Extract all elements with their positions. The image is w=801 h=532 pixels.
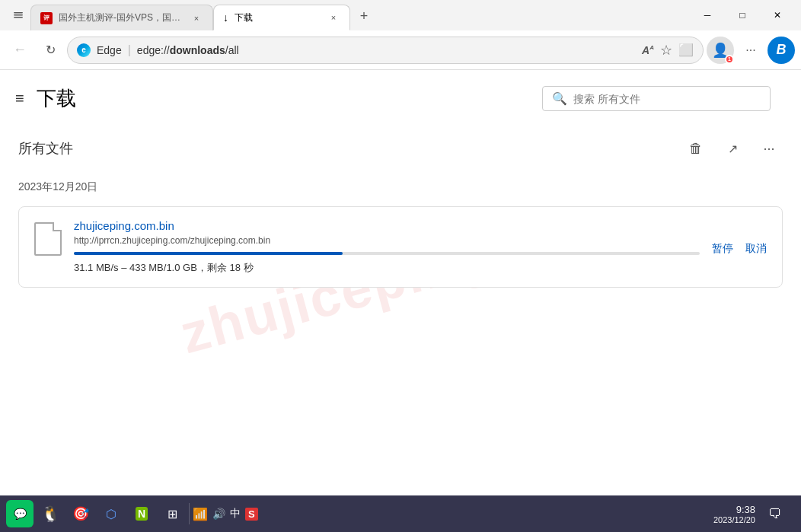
wps-icon[interactable]: S: [245, 508, 258, 521]
profile-badge: 1: [725, 55, 734, 64]
taskbar-right: 9:38 2023/12/20 🗨: [713, 500, 795, 527]
tab-close-active[interactable]: ×: [327, 11, 340, 24]
download-filename[interactable]: zhujiceping.com.bin: [74, 219, 700, 232]
nav-bar: ← ↻ e Edge | edge://downloads/all AA ☆ ⬜…: [0, 30, 801, 70]
bing-icon: B: [777, 42, 787, 58]
volume-icon[interactable]: 🔊: [212, 508, 225, 520]
notification-icon: 🗨: [768, 506, 782, 522]
edge-logo: e: [77, 43, 91, 57]
ime-icon[interactable]: 中: [230, 507, 241, 521]
tab-inactive[interactable]: 评 国外主机测评-国外VPS，国外... ×: [30, 5, 213, 30]
bluetooth-icon: ⬡: [106, 507, 116, 521]
tab-title-inactive: 国外主机测评-国外VPS，国外...: [59, 11, 183, 24]
search-box[interactable]: 🔍: [542, 86, 771, 111]
bing-button[interactable]: B: [767, 37, 795, 64]
delete-all-button[interactable]: 🗑: [682, 135, 710, 162]
address-separator: |: [128, 43, 131, 57]
notification-button[interactable]: 🗨: [761, 500, 789, 527]
taskbar-app3[interactable]: 🎯: [67, 500, 94, 527]
profile-button[interactable]: 👤 1: [707, 37, 734, 64]
delete-icon: 🗑: [689, 141, 703, 157]
download-icon: ↓: [223, 11, 228, 24]
back-button[interactable]: ←: [6, 37, 34, 64]
download-item: zhujiceping.com.bin http://iprrcn.zhujic…: [18, 206, 783, 288]
page-header: ≡ 下载 🔍: [0, 70, 801, 127]
svg-rect-2: [14, 17, 23, 18]
more-tools-icon: ···: [745, 43, 755, 57]
back-icon: ←: [13, 42, 27, 58]
taskbar-nvidia[interactable]: N: [128, 500, 155, 527]
open-folder-icon: ↗: [728, 142, 738, 156]
taskbar-network-manager[interactable]: ⊞: [158, 500, 186, 527]
taskbar-separator: [189, 503, 190, 524]
content-area: 所有文件 🗑 ↗ ··· 2023年12月20日 zhujiceping.com…: [0, 127, 801, 288]
taskbar-time: 9:38: [713, 504, 755, 515]
cancel-button[interactable]: 取消: [745, 242, 767, 256]
section-title: 所有文件: [18, 139, 73, 158]
svg-rect-1: [14, 14, 23, 16]
taskbar-bluetooth[interactable]: ⬡: [97, 500, 125, 527]
file-icon: [34, 222, 62, 256]
page-content: zhujiceping.com ≡ 下载 🔍 所有文件 🗑 ↗ ···: [0, 70, 801, 495]
section-header: 所有文件 🗑 ↗ ···: [18, 127, 783, 174]
sys-icons-group: 📶 🔊 中 S: [193, 507, 258, 521]
title-bar: 评 国外主机测评-国外VPS，国外... × ↓ 下载 × + ─ □ ✕: [0, 0, 801, 30]
search-icon: 🔍: [552, 91, 567, 106]
page-title: 下载: [37, 85, 76, 112]
split-icon[interactable]: ⬜: [678, 43, 694, 57]
taskbar-wechat[interactable]: 💬: [6, 500, 34, 527]
taskbar-clock[interactable]: 9:38 2023/12/20: [713, 504, 755, 524]
address-text: edge://downloads/all: [137, 44, 636, 56]
tab-close-inactive[interactable]: ×: [190, 11, 203, 25]
taskbar: 💬 🐧 🎯 ⬡ N ⊞ 📶 🔊 中 S 9:38 2023/12/20 🗨: [0, 495, 801, 532]
app3-icon: 🎯: [72, 505, 89, 522]
title-bar-left: [6, 3, 30, 27]
open-folder-button[interactable]: ↗: [719, 135, 746, 162]
maximize-button[interactable]: □: [725, 3, 760, 27]
more-tools-button[interactable]: ···: [737, 37, 764, 64]
tab-favicon-inactive: 评: [40, 12, 53, 24]
refresh-button[interactable]: ↻: [37, 37, 64, 64]
taskbar-app2[interactable]: 🐧: [37, 500, 64, 527]
read-aloud-icon[interactable]: AA: [642, 44, 654, 56]
tabs-area: 评 国外主机测评-国外VPS，国外... × ↓ 下载 × +: [30, 0, 690, 30]
nvidia-icon: N: [136, 507, 148, 521]
pause-button[interactable]: 暂停: [712, 242, 733, 256]
download-details: zhujiceping.com.bin http://iprrcn.zhujic…: [74, 219, 700, 275]
network-manager-icon: ⊞: [168, 507, 177, 521]
refresh-icon: ↻: [46, 43, 56, 57]
more-actions-icon: ···: [763, 141, 774, 157]
more-actions-button[interactable]: ···: [755, 135, 783, 162]
address-bar[interactable]: e Edge | edge://downloads/all AA ☆ ⬜: [67, 37, 704, 64]
search-input[interactable]: [573, 93, 761, 105]
new-tab-button[interactable]: +: [353, 5, 375, 27]
nav-right-icons: 👤 1 ··· B: [707, 37, 795, 64]
taskbar-date: 2023/12/20: [713, 515, 755, 524]
progress-bar-container: [74, 252, 700, 255]
page-header-left: ≡ 下载: [15, 85, 76, 112]
wechat-icon: 💬: [14, 508, 27, 520]
download-status: 31.1 MB/s – 433 MB/1.0 GB，剩余 18 秒: [74, 261, 700, 275]
download-actions: 暂停 取消: [712, 219, 767, 257]
window-controls: ─ □ ✕: [690, 3, 795, 27]
download-url: http://iprrcn.zhujiceping.com/zhujicepin…: [74, 235, 700, 246]
progress-bar-fill: [74, 252, 343, 255]
address-path: downloads: [170, 44, 225, 56]
sidebar-toggle[interactable]: [6, 3, 30, 27]
favorite-icon[interactable]: ☆: [660, 42, 672, 59]
app2-icon: 🐧: [41, 505, 60, 523]
minimize-button[interactable]: ─: [690, 3, 725, 27]
menu-icon[interactable]: ≡: [15, 90, 24, 107]
section-actions: 🗑 ↗ ···: [682, 135, 783, 162]
svg-rect-0: [14, 12, 23, 14]
wifi-icon[interactable]: 📶: [193, 507, 208, 521]
tab-active[interactable]: ↓ 下载 ×: [213, 5, 350, 30]
date-label: 2023年12月20日: [18, 174, 783, 200]
close-button[interactable]: ✕: [760, 3, 795, 27]
tab-title-active: 下载: [235, 11, 321, 24]
brand-name: Edge: [97, 44, 122, 56]
